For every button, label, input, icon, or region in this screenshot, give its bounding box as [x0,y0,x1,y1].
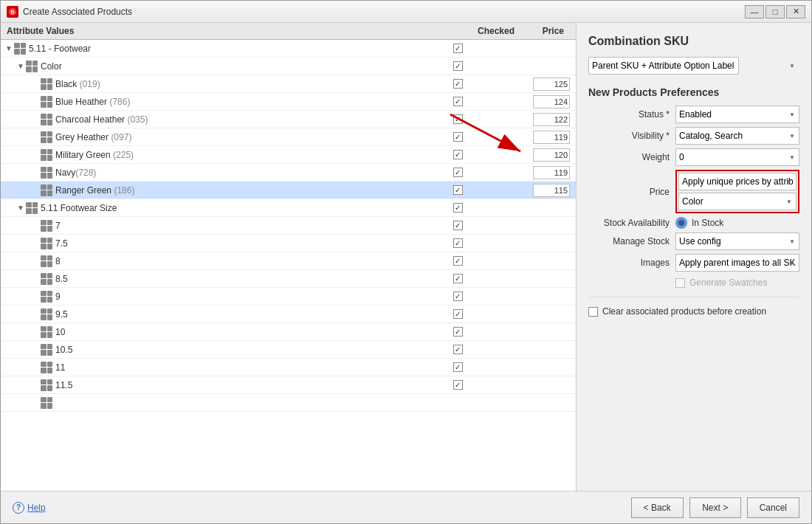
checkbox-navy[interactable] [453,168,463,177]
checkbox-size-115[interactable] [453,380,463,390]
checkbox-cell-size-8[interactable] [428,256,487,266]
price-cell-military-green [487,148,576,162]
checkbox-military-green[interactable] [453,150,463,159]
checkbox-ranger-green[interactable] [453,185,463,195]
expand-icon-color[interactable]: ▼ [16,61,26,72]
checkbox-cell-charcoal-heather[interactable] [428,114,487,124]
checkbox-size-11[interactable] [453,362,463,372]
close-button[interactable]: ✕ [786,5,805,18]
tree-item-size-7[interactable]: 7 [1,217,576,235]
tree-item-blue-heather[interactable]: Blue Heather (786) [1,93,576,111]
checkbox-cell-footwear-size[interactable] [428,203,487,213]
checkbox-size-10[interactable] [453,327,463,337]
next-button[interactable]: Next > [689,497,741,518]
tree-item-charcoal-heather[interactable]: Charcoal Heather (035) [1,111,576,128]
checkbox-grey-heather[interactable] [453,132,463,142]
tree-item-size-9[interactable]: 9 [1,288,576,306]
manage-stock-select[interactable]: Use config [675,232,799,250]
tree-item-size-10[interactable]: 10 [1,323,576,341]
generate-swatches-checkbox[interactable] [675,278,685,288]
price-input-navy[interactable] [533,166,570,179]
item-icon-size-115 [41,379,52,391]
tree-item-size-95[interactable]: 9.5 [1,306,576,323]
tree-item-size-8[interactable]: 8 [1,252,576,270]
checkbox-size-105[interactable] [453,345,463,354]
checkbox-cell-ranger-green[interactable] [428,185,487,195]
tree-item-color[interactable]: ▼ Color [1,58,576,75]
tree-item-grey-heather[interactable]: Grey Heather (097) [1,128,576,146]
visibility-select[interactable]: Catalog, Search [675,127,799,145]
tree-item-footwear[interactable]: ▼ 5.11 - Footwear [1,40,576,58]
label-size-85: 8.5 [55,274,428,284]
price-input-charcoal-heather[interactable] [533,113,570,126]
price-input-blue-heather[interactable] [533,95,570,108]
expand-icon-footwear[interactable]: ▼ [4,44,14,54]
tree-item-size-11[interactable]: 11 [1,359,576,376]
tree-item-ranger-green[interactable]: Ranger Green (186) [1,182,576,199]
checkbox-cell-blue-heather[interactable] [428,97,487,106]
visibility-label: Visibility * [588,131,670,141]
header-price: Price [526,26,570,36]
tree-item-size-105[interactable]: 10.5 [1,341,576,359]
checkbox-size-9[interactable] [453,292,463,301]
tree-item-black[interactable]: Black (019) [1,75,576,93]
group-icon-footwear [14,43,26,55]
checkbox-blue-heather[interactable] [453,97,463,106]
maximize-button[interactable]: □ [765,5,785,18]
checkbox-cell-size-105[interactable] [428,345,487,354]
help-link[interactable]: Help [27,503,46,513]
bottom-right: < Back Next > Cancel [631,497,799,518]
checkbox-size-8[interactable] [453,256,463,266]
checkbox-charcoal-heather[interactable] [453,114,463,124]
checkbox-size-7[interactable] [453,221,463,230]
checkbox-cell-footwear[interactable] [428,44,487,53]
checkbox-cell-black[interactable] [428,79,487,89]
price-input-military-green[interactable] [533,148,570,162]
tree-item-size-85[interactable]: 8.5 [1,270,576,288]
attribute-tree[interactable]: ▼ 5.11 - Footwear ▼ [1,40,576,491]
combination-sku-select[interactable]: Parent SKU + Attribute Option Label [588,57,739,75]
checkbox-footwear-size[interactable] [453,203,463,213]
expand-icon-footwear-size[interactable]: ▼ [16,203,26,213]
checkbox-cell-size-85[interactable] [428,274,487,283]
checkbox-black[interactable] [453,79,463,89]
tree-item-military-green[interactable]: Military Green (225) [1,146,576,164]
checkbox-cell-size-115[interactable] [428,380,487,390]
weight-select[interactable]: 0 [675,148,799,166]
checkbox-size-95[interactable] [453,309,463,319]
checkbox-footwear[interactable] [453,44,463,53]
checkbox-size-75[interactable] [453,238,463,248]
status-select[interactable]: Enabled [675,106,799,123]
checkbox-cell-size-10[interactable] [428,327,487,337]
tree-item-size-75[interactable]: 7.5 [1,235,576,252]
generate-swatches-row: Generate Swatches [588,277,799,288]
price-input-ranger-green[interactable] [533,184,570,197]
checkbox-cell-navy[interactable] [428,168,487,177]
clear-checkbox[interactable] [588,307,598,317]
back-button[interactable]: < Back [631,497,684,518]
tree-item-size-115[interactable]: 11.5 [1,376,576,394]
checkbox-cell-size-11[interactable] [428,362,487,372]
checkbox-cell-grey-heather[interactable] [428,132,487,142]
tree-item-navy[interactable]: Navy(728) [1,164,576,182]
checkbox-cell-military-green[interactable] [428,150,487,159]
svg-text:5: 5 [11,9,15,15]
checkbox-size-85[interactable] [453,274,463,283]
checkbox-cell-size-95[interactable] [428,309,487,319]
price-input-grey-heather[interactable] [533,131,570,144]
checkbox-cell-size-75[interactable] [428,238,487,248]
tree-item-footwear-size[interactable]: ▼ 5.11 Footwear Size [1,199,576,217]
price-sub-select[interactable]: Color [678,193,796,210]
images-select[interactable]: Apply parent images to all SKUs [675,254,799,272]
checkbox-cell-color[interactable] [428,61,487,71]
checkbox-color[interactable] [453,61,463,71]
cancel-button[interactable]: Cancel [747,497,799,518]
minimize-button[interactable]: — [745,5,764,18]
tree-item-more[interactable] [1,394,576,412]
checkbox-cell-size-9[interactable] [428,292,487,301]
item-icon-size-7 [41,220,52,232]
checkbox-cell-size-7[interactable] [428,221,487,230]
price-select[interactable]: Apply unique prices by attribute to each… [678,173,796,190]
price-input-black[interactable] [533,77,570,91]
help-icon[interactable]: ? [13,502,24,514]
